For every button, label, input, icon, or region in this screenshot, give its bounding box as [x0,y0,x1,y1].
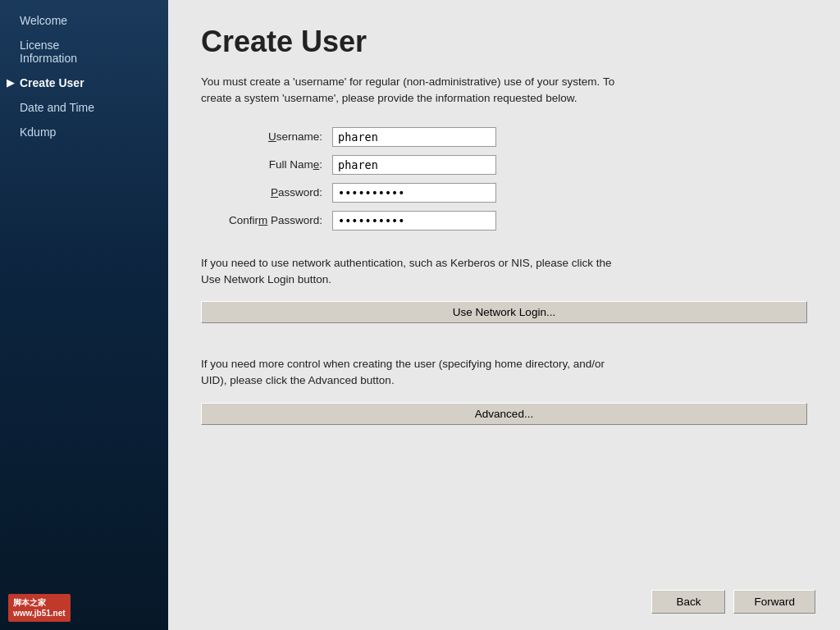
arrow-icon: ▶ [7,77,14,89]
intro-text: You must create a 'username' for regular… [201,74,619,107]
back-button[interactable]: Back [651,590,725,614]
sidebar-item-kdump[interactable]: Kdump [0,120,168,144]
advanced-button[interactable]: Advanced... [201,403,807,425]
username-row: Username: [201,127,807,147]
sidebar-item-license-information[interactable]: LicenseInformation [0,33,168,71]
sidebar-logo: 脚本之家 www.jb51.net [0,586,168,630]
sidebar-item-date-and-time[interactable]: Date and Time [0,95,168,120]
password-row: Password: [201,183,807,203]
confirm-password-label: Confirm Password: [201,214,332,226]
password-label: Password: [201,186,332,199]
logo-box: 脚本之家 www.jb51.net [8,594,71,622]
username-label: Username: [201,130,332,143]
sidebar-item-label: Welcome [20,14,67,27]
logo-text-line1: 脚本之家 [13,598,46,607]
network-note: If you need to use network authenticatio… [201,255,619,289]
use-network-login-button[interactable]: Use Network Login... [201,301,807,323]
username-input[interactable] [332,127,496,147]
sidebar-item-label: Kdump [20,126,56,139]
forward-button[interactable]: Forward [733,590,815,614]
bottom-nav-bar: Back Forward [651,590,815,614]
password-input[interactable] [332,183,496,203]
fullname-input[interactable] [332,155,496,175]
page-title: Create User [201,25,807,59]
fullname-label: Full Name: [201,158,332,171]
confirm-password-row: Confirm Password: [201,211,807,231]
sidebar-item-label: Create User [20,76,84,89]
sidebar-item-welcome[interactable]: Welcome [0,8,168,33]
sidebar: Welcome LicenseInformation ▶ Create User… [0,0,168,630]
advanced-note: If you need more control when creating t… [201,356,619,390]
main-content: Create User You must create a 'username'… [168,0,840,630]
fullname-row: Full Name: [201,155,807,175]
confirm-password-input[interactable] [332,211,496,231]
logo-text-line2: www.jb51.net [13,609,66,618]
sidebar-item-create-user[interactable]: ▶ Create User [0,71,168,95]
sidebar-item-label: Date and Time [20,101,94,114]
sidebar-item-label: LicenseInformation [20,39,77,65]
